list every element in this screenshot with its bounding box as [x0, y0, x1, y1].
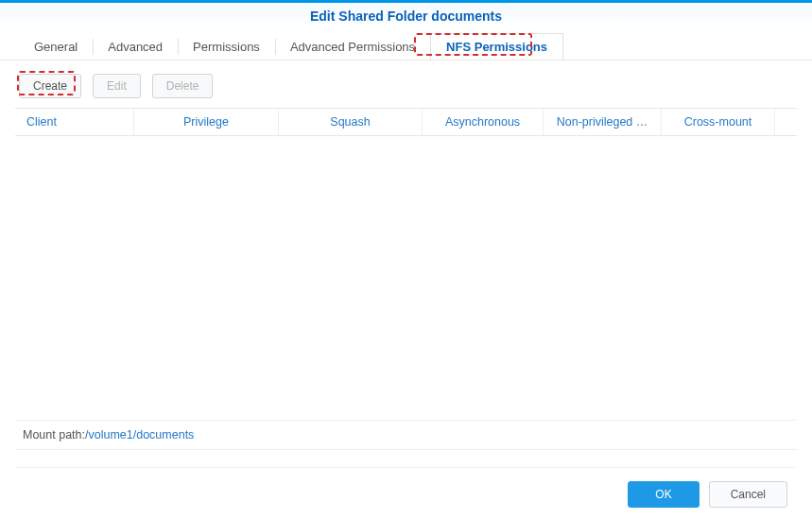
- col-privilege[interactable]: Privilege: [134, 109, 279, 135]
- tab-nfs-permissions[interactable]: NFS Permissions: [430, 33, 563, 60]
- ok-button[interactable]: OK: [628, 481, 699, 508]
- tab-advanced[interactable]: Advanced: [93, 33, 178, 60]
- tab-advanced-permissions[interactable]: Advanced Permissions: [275, 33, 430, 60]
- col-squash[interactable]: Squash: [279, 109, 423, 135]
- tabs-row: General Advanced Permissions Advanced Pe…: [0, 29, 812, 61]
- footer-separator: [17, 467, 795, 468]
- col-asynchronous[interactable]: Asynchronous: [423, 109, 544, 135]
- create-button[interactable]: Create: [19, 74, 81, 98]
- tab-general[interactable]: General: [19, 33, 93, 60]
- col-crossmount[interactable]: Cross-mount: [662, 109, 775, 135]
- cancel-button[interactable]: Cancel: [709, 481, 787, 508]
- toolbar: Create Edit Delete: [0, 61, 812, 108]
- table-header: Client Privilege Squash Asynchronous Non…: [15, 108, 797, 136]
- delete-button[interactable]: Delete: [152, 74, 214, 98]
- col-nonprivileged[interactable]: Non-privileged …: [544, 109, 662, 135]
- mount-path-row: Mount path:/volume1/documents: [15, 420, 797, 450]
- mount-path-label: Mount path:: [23, 428, 85, 441]
- dialog-footer: OK Cancel: [628, 481, 787, 508]
- col-spare: [775, 109, 797, 135]
- table-body: [15, 136, 797, 420]
- mount-path-value: /volume1/documents: [85, 428, 194, 441]
- edit-button[interactable]: Edit: [93, 74, 141, 98]
- tab-permissions[interactable]: Permissions: [178, 33, 275, 60]
- col-client[interactable]: Client: [15, 109, 134, 135]
- window-title: Edit Shared Folder documents: [0, 3, 812, 29]
